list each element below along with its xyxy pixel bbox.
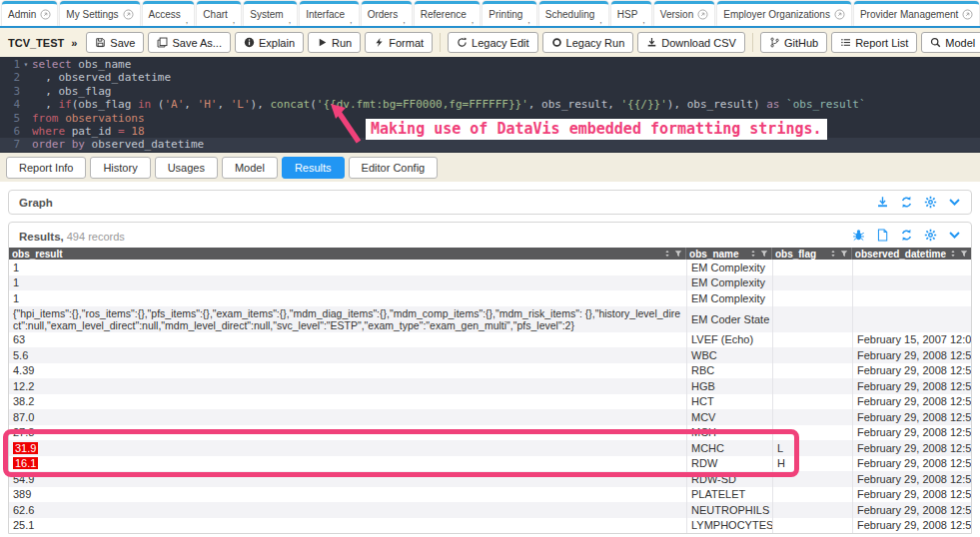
code-token: from [32, 112, 65, 125]
report-list-button[interactable]: Report List [831, 32, 917, 53]
table-row: 4.39RBCFebruary 29, 2008 12:58 PM [9, 363, 971, 379]
nav-tab-label: Interface [306, 9, 345, 20]
nav-tab-hsp[interactable]: HSP, [611, 1, 651, 26]
sort-icon[interactable] [663, 250, 671, 258]
download-icon[interactable] [876, 196, 889, 209]
column-header-observed-datetime[interactable]: observed_datetime [851, 248, 971, 260]
table-row: 1EM Complexity [9, 275, 971, 291]
nav-tab-employer-organizations[interactable]: Employer Organizations [717, 1, 851, 26]
dropdown-indicator-icon: , [350, 17, 353, 23]
nav-tab-interface[interactable]: Interface, [300, 1, 358, 26]
column-header-obs-flag[interactable]: obs_flag [771, 248, 851, 260]
sort-icon[interactable] [749, 250, 757, 258]
gear-icon[interactable] [924, 196, 937, 209]
legacy-run-button[interactable]: Legacy Run [542, 32, 634, 53]
cell-obs-name: LYMPHOCYTES [686, 518, 772, 534]
save-as-button[interactable]: Save As... [148, 32, 231, 53]
cell-obs-name: EM Complexity [686, 275, 772, 291]
github-button[interactable]: GitHub [760, 32, 827, 53]
cell-obs-result: 31.9 [9, 440, 686, 456]
filter-icon[interactable] [840, 250, 848, 258]
column-header-obs-result[interactable]: obs_result [9, 248, 685, 260]
cell-obs-flag [772, 290, 852, 306]
button-label: Format [389, 37, 424, 49]
tab-results[interactable]: Results [282, 157, 345, 179]
chevron-down-icon[interactable] [948, 229, 961, 242]
filter-icon[interactable] [960, 250, 968, 258]
filter-icon[interactable] [674, 250, 682, 258]
cell-obs-flag [772, 502, 852, 518]
bug-icon[interactable] [852, 229, 865, 242]
cell-obs-result: 25.1 [9, 518, 686, 534]
filter-icon[interactable] [760, 250, 768, 258]
tab-report-info[interactable]: Report Info [6, 157, 86, 179]
nav-tab-label: Version [660, 9, 693, 20]
gear-icon[interactable] [924, 229, 937, 242]
nav-tab-orders[interactable]: Orders, [362, 1, 412, 26]
legacy-edit-button[interactable]: Legacy Edit [448, 32, 537, 53]
tab-editor-config[interactable]: Editor Config [349, 157, 439, 179]
external-link-icon [834, 9, 845, 20]
table-row: 63LVEF (Echo)February 15, 2007 12:00 AM [9, 332, 971, 348]
tab-model[interactable]: Model [222, 157, 278, 179]
model-button[interactable]: Model [921, 32, 980, 53]
cell-obs-flag [772, 378, 852, 394]
nav-tab-reference[interactable]: Reference, [415, 1, 481, 26]
code-line: 7 order by observed_datetime [0, 138, 980, 151]
sort-icon[interactable] [949, 250, 957, 258]
nav-tab-access[interactable]: Access, [143, 1, 195, 26]
refresh-icon[interactable] [900, 229, 913, 242]
fold-gutter [20, 98, 32, 111]
report-name-expander[interactable]: » [71, 37, 77, 49]
nav-tab-printing[interactable]: Printing, [483, 1, 535, 26]
save-button[interactable]: Save [86, 32, 144, 53]
table-row: 27.8MCHFebruary 29, 2008 12:58 PM [9, 425, 971, 441]
nav-tab-version[interactable]: Version [654, 1, 714, 26]
cell-obs-flag [772, 260, 852, 275]
nav-tab-my-settings[interactable]: My Settings [60, 1, 139, 26]
cell-obs-result: 1 [9, 275, 686, 291]
file-icon[interactable] [876, 229, 889, 242]
nav-tab-provider-management[interactable]: Provider Management [854, 1, 979, 26]
sort-icon[interactable] [829, 250, 837, 258]
chevron-down-icon[interactable] [948, 196, 961, 209]
external-link-icon [40, 9, 51, 20]
code-token: where [32, 125, 72, 138]
dropdown-indicator-icon: , [599, 17, 602, 23]
fold-chevron-icon[interactable]: ▾ [20, 58, 32, 71]
table-row: 38.2HCTFebruary 29, 2008 12:58 PM [9, 394, 971, 410]
nav-tab-scheduling[interactable]: Scheduling, [539, 1, 608, 26]
tab-usages[interactable]: Usages [155, 157, 218, 179]
external-link-icon [962, 9, 973, 20]
cell-observed-datetime: February 29, 2008 12:58 PM [852, 487, 971, 503]
code-token: as [766, 98, 779, 111]
graph-panel-header: Graph [8, 190, 972, 215]
code-token: in [138, 98, 151, 111]
explain-button[interactable]: Explain [235, 32, 304, 53]
nav-tab-system[interactable]: System, [244, 1, 297, 26]
cell-obs-flag [772, 347, 852, 363]
nav-tab-chart[interactable]: Chart, [197, 1, 241, 26]
cell-observed-datetime: February 29, 2008 12:58 PM [852, 378, 971, 394]
run-button[interactable]: Run [308, 32, 361, 53]
refresh-icon[interactable] [900, 196, 913, 209]
code-token: , [32, 98, 59, 111]
tab-history[interactable]: History [90, 157, 150, 179]
cell-obs-result: 27.8 [9, 425, 686, 441]
search-icon [930, 37, 941, 48]
format-button[interactable]: Format [365, 32, 433, 53]
cell-obs-name: HCT [686, 394, 772, 410]
cell-obs-result: 38.2 [9, 394, 686, 410]
download-csv-button[interactable]: Download CSV [637, 32, 745, 53]
column-header-obs-name[interactable]: obs_name [685, 248, 771, 260]
code-token: = [118, 125, 131, 138]
results-panel-title-wrap: Results,494 records [19, 227, 125, 245]
nav-tab-label: System [250, 9, 283, 20]
code-token: , obs_result, [528, 98, 621, 111]
nav-tab-label: Orders [368, 9, 399, 20]
table-row: 54.9RDW-SDFebruary 29, 2008 12:58 PM [9, 471, 971, 487]
nav-tab-admin[interactable]: Admin [2, 1, 57, 26]
cell-obs-result: 16.1 [9, 456, 686, 472]
cell-observed-datetime: February 29, 2008 12:58 PM [852, 425, 971, 441]
cell-observed-datetime [852, 306, 971, 332]
